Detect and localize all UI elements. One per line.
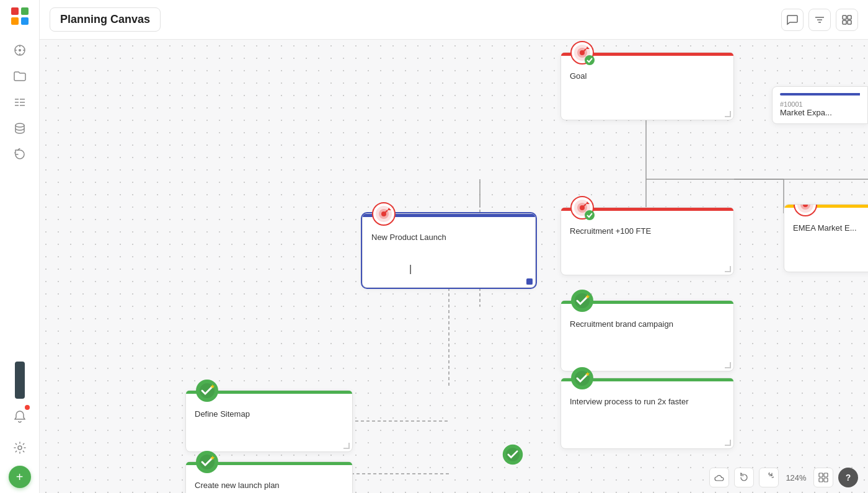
filter-button[interactable] — [808, 9, 831, 31]
folder-icon[interactable] — [9, 65, 31, 87]
svg-rect-24 — [848, 20, 851, 24]
list-icon[interactable] — [9, 91, 31, 113]
npl-handle[interactable] — [526, 278, 533, 285]
svg-rect-78 — [824, 478, 828, 482]
svg-rect-75 — [819, 473, 823, 477]
svg-point-52 — [585, 210, 595, 220]
recruitment-100-title: Recruitment +100 FTE — [570, 226, 725, 236]
interview-process-resize[interactable] — [725, 440, 731, 446]
notification-badge — [25, 405, 30, 410]
settings-icon[interactable] — [9, 437, 31, 459]
goal-card[interactable]: Goal — [560, 52, 734, 120]
recruitment-brand-icon — [570, 288, 595, 316]
svg-rect-3 — [21, 17, 29, 25]
define-sitemap-icon — [195, 378, 219, 406]
npl-title: New Product Launch — [371, 233, 526, 242]
recruitment-brand-resize[interactable] — [725, 362, 731, 368]
grid-button[interactable] — [813, 468, 833, 487]
goal-card-icon — [570, 40, 595, 68]
emea-market-icon — [793, 204, 818, 220]
database-icon[interactable] — [9, 117, 31, 140]
topbar: Planning Canvas — [40, 0, 868, 40]
page-title: Planning Canvas — [50, 7, 161, 32]
market-expansion-card[interactable]: #10001 Market Expa... — [772, 86, 868, 124]
svg-rect-0 — [11, 7, 19, 15]
svg-rect-23 — [843, 20, 846, 24]
recruitment-brand-title: Recruitment brand campaign — [570, 319, 725, 329]
progress-bar — [15, 362, 25, 399]
cloud-button[interactable] — [709, 468, 729, 487]
svg-point-5 — [19, 49, 21, 51]
svg-point-45 — [585, 55, 595, 65]
recruitment-100-card[interactable]: Recruitment +100 FTE — [560, 207, 734, 275]
interview-process-icon — [570, 366, 595, 393]
market-expansion-id: #10001 — [780, 100, 860, 108]
sidebar: + — [0, 0, 40, 493]
undo-button[interactable] — [734, 468, 754, 487]
goal-card-resize[interactable] — [725, 111, 731, 117]
emea-market-title: EMEA Market E... — [793, 223, 868, 233]
svg-point-17 — [18, 446, 22, 450]
notification-icon[interactable] — [9, 404, 31, 430]
svg-rect-2 — [11, 17, 19, 25]
svg-rect-77 — [819, 478, 823, 482]
zoom-level: 124% — [784, 473, 808, 482]
redo-button[interactable] — [759, 468, 779, 487]
compass-icon[interactable] — [9, 39, 31, 61]
comment-button[interactable] — [781, 9, 804, 31]
app-logo[interactable] — [9, 5, 31, 27]
svg-point-16 — [16, 123, 24, 127]
recruitment-100-icon — [570, 195, 595, 223]
market-expansion-topbar — [780, 93, 860, 95]
canvas[interactable]: Goal Recruitment +100 FTE — [40, 40, 868, 493]
emea-market-card[interactable]: EMEA Market E... — [784, 204, 868, 272]
goal-card-title: Goal — [570, 71, 725, 81]
svg-rect-1 — [21, 7, 29, 15]
bottombar: 124% ? — [40, 462, 868, 493]
npl-icon — [371, 202, 396, 229]
cursor: | — [409, 264, 412, 275]
market-expansion-title: Market Expa... — [780, 108, 860, 117]
recruitment-100-resize[interactable] — [725, 266, 731, 272]
svg-rect-22 — [848, 16, 851, 19]
topbar-actions — [781, 9, 858, 31]
history-icon[interactable] — [9, 143, 31, 166]
help-button[interactable]: ? — [838, 468, 858, 487]
svg-rect-21 — [843, 16, 846, 19]
svg-rect-76 — [824, 473, 828, 477]
define-sitemap-resize[interactable] — [343, 443, 350, 449]
recruitment-brand-card[interactable]: Recruitment brand campaign — [560, 300, 734, 371]
interview-process-title: Interview process to run 2x faster — [570, 397, 725, 406]
new-product-launch-card[interactable]: New Product Launch | — [362, 213, 536, 288]
interview-process-card[interactable]: Interview process to run 2x faster — [560, 378, 734, 449]
define-sitemap-title: Define Sitemap — [195, 409, 343, 419]
add-button[interactable]: + — [9, 466, 31, 488]
define-sitemap-card[interactable]: Define Sitemap — [185, 390, 353, 452]
view-button[interactable] — [836, 9, 858, 31]
